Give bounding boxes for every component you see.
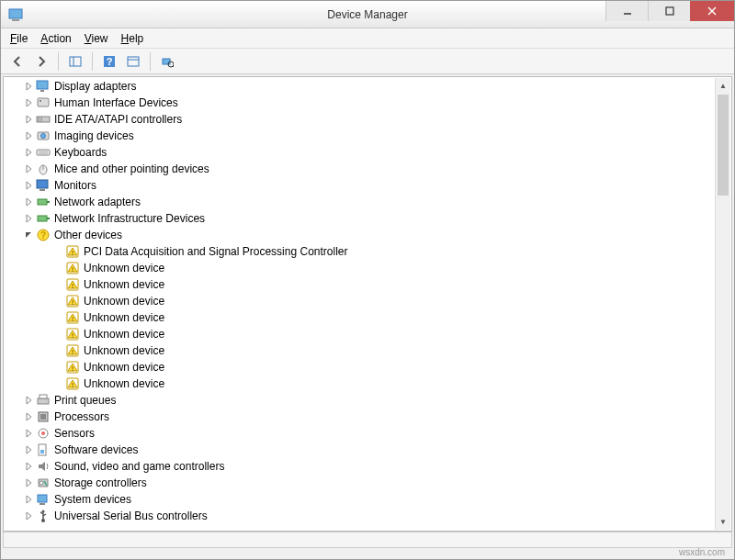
tree-device[interactable]: !Unknown device [5,375,715,392]
tree-category[interactable]: Imaging devices [5,128,715,144]
tree-category[interactable]: System devices [5,491,715,508]
tree-device-label: Unknown device [84,361,164,374]
device-warning-icon: ! [65,376,80,391]
menu-file[interactable]: File [10,32,28,45]
minimize-button[interactable] [605,1,648,21]
window-controls [605,1,734,21]
tree-device[interactable]: !Unknown device [5,293,715,309]
tree-category[interactable]: Sensors [5,425,715,442]
tree-category[interactable]: Processors [5,409,715,425]
tree-device[interactable]: !Unknown device [5,260,715,276]
scroll-down-button[interactable]: ▼ [716,514,730,530]
forward-button[interactable] [30,50,52,73]
tree-category-label: Human Interface Devices [54,96,178,109]
close-button[interactable] [690,1,734,21]
svg-text:!: ! [72,298,74,307]
expand-icon[interactable] [23,196,34,207]
expand-icon[interactable] [23,444,34,455]
expand-icon[interactable] [23,163,34,174]
tree-device[interactable]: !Unknown device [5,342,715,359]
scroll-thumb[interactable] [718,95,729,196]
titlebar: Device Manager [1,1,734,28]
svg-rect-92 [40,503,45,505]
svg-rect-20 [40,100,41,102]
expand-icon[interactable] [23,213,34,224]
expand-icon[interactable] [23,428,34,439]
scan-hardware-button[interactable] [156,50,178,73]
svg-marker-28 [27,149,31,156]
menu-help[interactable]: Help [121,32,144,45]
show-hide-console-button[interactable] [64,50,86,73]
monitor-icon [36,178,51,193]
help-button[interactable]: ? [98,50,120,73]
svg-marker-77 [27,413,31,420]
svg-marker-25 [27,132,31,140]
expand-icon[interactable] [23,510,34,521]
printer-icon [36,393,51,408]
tree-category[interactable]: Display adapters [5,78,715,95]
tree-category[interactable]: Human Interface Devices [5,95,715,111]
svg-rect-17 [40,90,44,92]
vertical-scrollbar[interactable]: ▲ ▼ [715,78,730,530]
svg-rect-16 [37,81,48,89]
expand-icon[interactable] [23,114,34,125]
tree-category[interactable]: Keyboards [5,144,715,161]
svg-rect-85 [40,450,44,454]
maximize-button[interactable] [648,1,690,21]
collapse-icon[interactable] [23,230,34,241]
tree-category[interactable]: Network Infrastructure Devices [5,210,715,227]
device-tree[interactable]: Display adaptersHuman Interface DevicesI… [5,78,715,530]
svg-marker-74 [27,397,31,404]
svg-rect-76 [40,395,47,398]
network-icon [36,195,51,209]
tree-device[interactable]: !PCI Data Acquisition and Signal Process… [5,243,715,260]
tree-category[interactable]: Software devices [5,442,715,458]
expand-icon[interactable] [23,477,34,488]
tree-category[interactable]: IDE ATA/ATAPI controllers [5,111,715,128]
tree-category-label: Universal Serial Bus controllers [54,510,208,522]
device-warning-icon: ! [65,294,80,308]
tree-category[interactable]: Mice and other pointing devices [5,161,715,177]
back-button[interactable] [6,50,28,73]
properties-button[interactable] [122,50,144,73]
expand-icon[interactable] [23,130,34,141]
scroll-up-button[interactable]: ▲ [716,78,730,94]
tree-device[interactable]: !Unknown device [5,359,715,375]
menu-action[interactable]: Action [40,32,71,45]
tree-category[interactable]: Universal Serial Bus controllers [5,508,715,524]
device-warning-icon: ! [65,277,80,292]
tree-category[interactable]: Network adapters [5,194,715,210]
app-icon [8,7,23,22]
menu-view[interactable]: View [85,32,108,45]
tree-category[interactable]: Print queues [5,392,715,409]
svg-rect-1 [12,19,19,21]
svg-text:!: ! [72,364,74,373]
svg-marker-86 [27,463,31,470]
expand-icon[interactable] [23,97,34,108]
expand-icon[interactable] [23,461,34,472]
system-icon [36,492,51,507]
tree-device[interactable]: !Unknown device [5,326,715,342]
ide-icon [36,112,51,127]
watermark: wsxdn.com [679,547,725,557]
expand-icon[interactable] [23,81,34,92]
tree-device[interactable]: !Unknown device [5,309,715,326]
expand-icon[interactable] [23,494,34,505]
svg-marker-32 [27,165,31,173]
sound-icon [36,459,51,474]
tree-category[interactable]: ?Other devices [5,227,715,243]
tree-device-label: Unknown device [84,328,164,341]
display-icon [36,79,51,94]
tree-device-label: Unknown device [84,278,164,291]
expand-icon[interactable] [23,411,34,422]
tree-category[interactable]: Sound, video and game controllers [5,458,715,475]
tree-category[interactable]: Storage controllers [5,475,715,491]
expand-icon[interactable] [23,180,34,191]
expand-icon[interactable] [23,147,34,158]
tree-device-label: Unknown device [84,311,164,324]
svg-text:?: ? [40,230,46,241]
expand-icon[interactable] [23,395,34,406]
tree-device[interactable]: !Unknown device [5,276,715,293]
tree-category[interactable]: Monitors [5,177,715,194]
svg-rect-19 [38,98,49,106]
